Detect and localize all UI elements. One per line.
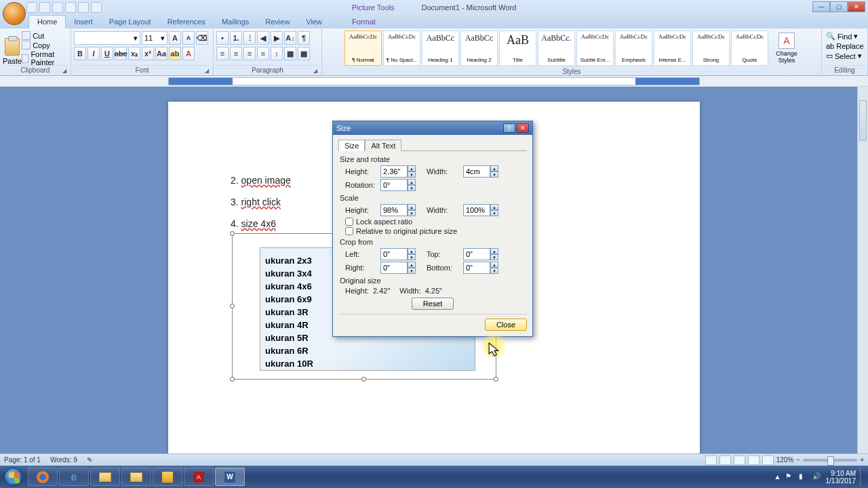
web-layout-view-button[interactable] [734,455,745,465]
zoom-in-button[interactable]: + [860,456,864,464]
redo-icon[interactable] [52,2,63,13]
tab-page-layout[interactable]: Page Layout [101,16,159,28]
proofing-icon[interactable]: ✎ [87,456,92,464]
highlight-button[interactable]: ab [169,47,181,60]
qat-more-icon[interactable] [91,2,102,13]
action-center-icon[interactable]: ⚑ [785,472,795,482]
word-count[interactable]: Words: 9 [50,456,77,464]
crop-left-spinner[interactable]: ▲▼ [380,248,416,260]
borders-button[interactable]: ▦ [298,47,310,60]
height-spinner[interactable]: ▲▼ [380,165,416,178]
show-desktop-button[interactable] [860,468,865,486]
font-size-combo[interactable]: 11▾ [142,31,167,45]
taskbar-acrobat[interactable]: A [184,468,214,486]
print-layout-view-button[interactable] [705,455,717,465]
style-item[interactable]: AaBbCcDcSubtle Em... [576,30,614,66]
draft-view-button[interactable] [762,455,774,465]
minimize-button[interactable]: — [812,1,830,12]
taskbar-firefox[interactable] [28,468,58,486]
style-item[interactable]: AaBTitle [499,30,536,66]
format-painter-button[interactable]: Format Painter [22,50,68,66]
tab-references[interactable]: References [159,16,214,28]
outline-view-button[interactable] [748,455,760,465]
style-item[interactable]: AaBbCc.Subtitle [538,30,575,66]
crop-top-spinner[interactable]: ▲▼ [463,248,498,260]
bullets-button[interactable]: • [216,31,229,45]
horizontal-ruler[interactable] [168,77,700,85]
bold-button[interactable]: B [74,47,86,60]
cut-button[interactable]: Cut [22,31,68,40]
numbering-button[interactable]: 1. [230,31,242,45]
reset-button[interactable]: Reset [412,298,454,310]
line-spacing-button[interactable]: ↕ [271,47,283,60]
tab-alt-text[interactable]: Alt Text [365,140,401,151]
align-right-button[interactable]: ≡ [243,47,256,60]
rotation-spinner[interactable]: ▲▼ [380,179,416,191]
superscript-button[interactable]: x² [142,47,154,60]
tab-mailings[interactable]: Mailings [214,16,257,28]
scroll-thumb[interactable] [859,100,867,141]
help-button[interactable]: ? [503,123,515,133]
close-button[interactable]: Close [485,319,527,331]
strike-button[interactable]: abc [115,47,127,60]
crop-bottom-spinner[interactable]: ▲▼ [463,262,498,274]
taskbar-app[interactable] [153,468,182,486]
taskbar-ie[interactable]: e [59,468,89,486]
dialog-titlebar[interactable]: Size ? ✕ [333,121,532,135]
justify-button[interactable]: ≡ [257,47,269,60]
vertical-scrollbar[interactable] [857,87,868,469]
grow-font-button[interactable]: A [169,31,181,45]
replace-button[interactable]: abReplace [825,41,865,51]
tab-insert[interactable]: Insert [66,16,101,28]
crop-right-spinner[interactable]: ▲▼ [380,262,416,274]
align-center-button[interactable]: ≡ [230,47,242,60]
style-item[interactable]: AaBbCcHeading 2 [460,30,498,66]
taskbar-explorer2[interactable] [121,468,151,486]
change-styles-button[interactable]: A Change Styles [772,30,801,66]
style-item[interactable]: AaBbCcDc¶ Normal [344,30,382,66]
style-item[interactable]: AaBbCcDc¶ No Spaci... [383,30,420,66]
dialog-launcher-icon[interactable]: ◢ [62,68,69,75]
scale-width-spinner[interactable]: ▲▼ [463,204,498,216]
office-button[interactable] [3,2,26,25]
lock-aspect-checkbox[interactable] [345,218,353,226]
relative-checkbox[interactable] [345,227,353,235]
find-button[interactable]: 🔍Find ▾ [825,31,865,41]
increase-indent-button[interactable]: ▶ [271,31,283,45]
zoom-slider[interactable] [803,459,857,462]
clock[interactable]: 9:10 AM 1/13/2017 [826,470,856,485]
width-spinner[interactable]: ▲▼ [463,165,498,178]
zoom-level[interactable]: 120% [776,456,794,464]
volume-icon[interactable]: 🔊 [812,472,822,482]
paste-button[interactable]: Paste [3,30,22,65]
dialog-launcher-icon[interactable]: ◢ [313,68,320,75]
full-screen-view-button[interactable] [719,455,731,465]
show-marks-button[interactable]: ¶ [298,31,310,45]
change-case-button[interactable]: Aa [155,47,167,60]
save-icon[interactable] [26,2,37,13]
style-gallery[interactable]: AaBbCcDc¶ NormalAaBbCcDc¶ No Spaci...AaB… [342,28,770,68]
font-name-combo[interactable]: ▾ [74,31,140,45]
dialog-launcher-icon[interactable]: ◢ [205,68,212,75]
tab-size[interactable]: Size [338,140,365,151]
scale-height-spinner[interactable]: ▲▼ [380,204,416,216]
start-button[interactable] [0,466,27,488]
multilevel-button[interactable]: ⋮ [243,31,256,45]
subscript-button[interactable]: x₂ [128,47,140,60]
select-button[interactable]: ▭Select ▾ [825,51,865,61]
network-icon[interactable]: ▮ [799,472,808,482]
italic-button[interactable]: I [87,47,100,60]
sort-button[interactable]: A↓ [284,31,296,45]
close-button[interactable]: ✕ [848,1,865,12]
shading-button[interactable]: ▦ [284,47,296,60]
maximize-button[interactable]: ▢ [830,1,848,12]
tab-home[interactable]: Home [28,15,66,28]
shrink-font-button[interactable]: A [182,31,195,45]
font-color-button[interactable]: A [182,47,195,60]
copy-button[interactable]: Copy [22,41,68,49]
zoom-out-button[interactable]: − [796,456,800,464]
style-item[interactable]: AaBbCcDcIntense E... [654,30,691,66]
underline-button[interactable]: U [101,47,113,60]
tray-expand-icon[interactable]: ▲ [774,473,781,481]
tab-review[interactable]: Review [257,16,298,28]
